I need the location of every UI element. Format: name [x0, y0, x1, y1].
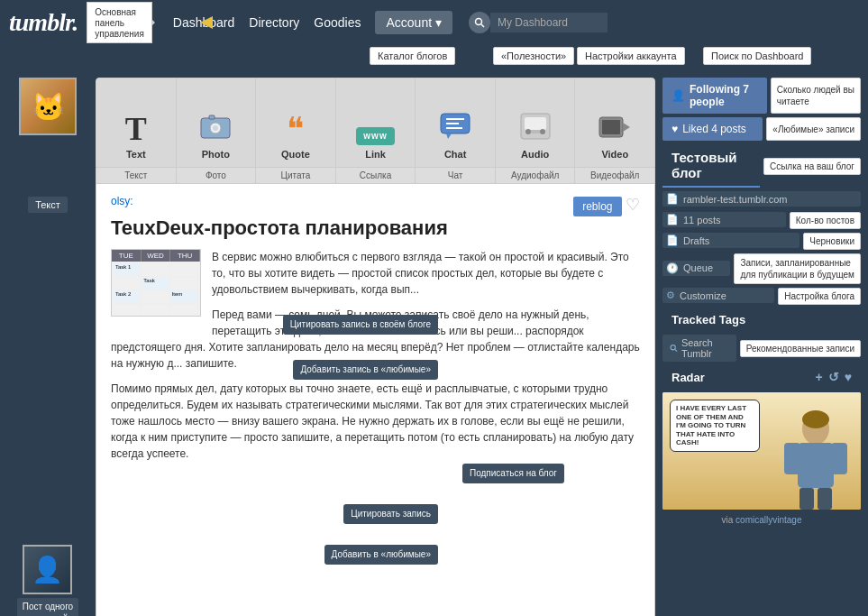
user-avatar[interactable]: 🐱: [19, 78, 77, 135]
text-type-icon: T: [125, 113, 147, 145]
liked-section: ♥ Liked 4 posts «Любимые» записи: [662, 117, 861, 141]
audio-type-icon: [519, 112, 552, 145]
tooltip-subscribe: Подписаться на блог: [462, 464, 564, 483]
customize-link[interactable]: ⚙ Customize: [662, 288, 774, 303]
post-type-audio[interactable]: Audio: [496, 78, 576, 167]
blog-post: olsy: reblog ♡ TeuxDeux-простота планиро…: [96, 184, 655, 616]
post-type-text[interactable]: T Text: [96, 78, 177, 167]
following-icon: 👤: [672, 89, 685, 102]
reblog-button[interactable]: reblog: [573, 197, 621, 216]
blog-url-link[interactable]: 📄 rambler-test.tumblr.com: [662, 191, 861, 207]
svg-point-19: [671, 345, 675, 350]
recommended-tooltip: Рекомендованные записи: [740, 340, 861, 357]
queue-row: 🕐 Queue Записи, запланированные для публ…: [662, 253, 861, 284]
right-panel: 👤 Following 7 people Сколько людей вы чи…: [662, 78, 861, 616]
text-type-label: Text: [126, 149, 146, 160]
drafts-link[interactable]: 📄 Drafts: [662, 233, 799, 248]
post-type-sublabels: Текст Фото Цитата Ссылка Чат Аудиофайл В…: [96, 168, 655, 184]
sub-photo: Фото: [177, 168, 257, 183]
main-panel-tooltip: Основная панель управления: [87, 2, 152, 43]
friend-post-area: 👤 Пост одного из друзей: [17, 545, 78, 616]
radar-section: Radar + ↺ ♥: [662, 365, 861, 389]
chat-type-label: Chat: [444, 149, 466, 160]
blog-link-tooltip: Ссылка на ваш блог: [763, 158, 861, 175]
blog-name: Тестовый блог: [662, 144, 760, 188]
search-icon[interactable]: [469, 12, 490, 33]
tooltip-add-fav2: Добавить в «любимые»: [324, 545, 438, 565]
following-tooltip: Сколько людей вы читаете: [771, 78, 861, 114]
radar-add-btn[interactable]: +: [816, 370, 823, 384]
svg-rect-25: [799, 488, 814, 510]
svg-line-20: [675, 349, 677, 351]
search-tumblr[interactable]: Search Tumblr: [662, 335, 736, 362]
radar-via: via comicallyvintage: [662, 513, 861, 527]
comic-content: I HAVE EVERY LAST ONE OF THEM AND I'M GO…: [662, 392, 861, 510]
sub-link: Ссылка: [336, 168, 416, 183]
nav-account[interactable]: Account ▾: [375, 11, 452, 34]
svg-point-4: [213, 125, 218, 131]
post-type-link[interactable]: www Link: [336, 78, 416, 167]
svg-marker-17: [623, 123, 630, 132]
liked-label: Liked 4 posts: [682, 123, 746, 135]
video-type-label: Video: [601, 149, 628, 160]
blog-url-row: 📄 rambler-test.tumblr.com: [662, 191, 861, 208]
posts-count-tooltip: Кол-во постов: [790, 212, 861, 229]
customize-icon: ⚙: [666, 290, 675, 301]
posts-icon: 📄: [666, 214, 679, 225]
post-author[interactable]: olsy:: [111, 195, 133, 207]
customize-row: ⚙ Customize Настройка блога: [662, 288, 861, 305]
tooltip-goodies: «Полезности»: [493, 47, 574, 65]
nav-goodies[interactable]: Goodies: [314, 15, 361, 30]
queue-link[interactable]: 🕐 Queue: [662, 261, 730, 276]
heart-button[interactable]: ♡: [626, 195, 640, 215]
svg-point-0: [475, 19, 481, 25]
post-types: T Text Photo ❝ Quote www Link: [96, 78, 655, 168]
svg-rect-23: [784, 443, 800, 474]
queue-icon: 🕐: [666, 262, 679, 274]
radar-refresh-btn[interactable]: ↺: [828, 370, 839, 384]
radar-source-link[interactable]: comicallyvintage: [736, 515, 801, 525]
post-type-chat[interactable]: Chat: [416, 78, 496, 167]
customize-tooltip: Настройка блога: [778, 288, 861, 305]
friend-avatar[interactable]: 👤: [23, 545, 72, 594]
sub-quote: Цитата: [256, 168, 336, 183]
tooltip-add-fav: Добавить запись в «любимые»: [293, 360, 438, 380]
liked-badge[interactable]: ♥ Liked 4 posts: [662, 117, 763, 141]
queue-tooltip: Записи, запланированные для публикации в…: [734, 253, 861, 284]
following-section: 👤 Following 7 people Сколько людей вы чи…: [662, 78, 861, 114]
link-type-icon: www: [356, 127, 394, 145]
post-type-quote[interactable]: ❝ Quote: [256, 78, 336, 167]
audio-type-label: Audio: [521, 149, 549, 160]
reblog-area: reblog ♡: [573, 195, 640, 216]
left-panel: 🐱 Текст 👤 Пост одного из друзей: [7, 78, 88, 616]
radar-heart-btn[interactable]: ♥: [845, 370, 852, 384]
post-title: TeuxDeux-простота планирования: [111, 216, 640, 240]
post-type-video[interactable]: Video: [575, 78, 654, 167]
photo-type-label: Photo: [202, 149, 230, 160]
link-icon: 📄: [666, 193, 679, 205]
posts-row: 📄 11 posts Кол-во постов: [662, 212, 861, 229]
drafts-row: 📄 Drafts Черновики: [662, 233, 861, 250]
posts-link[interactable]: 📄 11 posts: [662, 212, 786, 227]
liked-tooltip: «Любимые» записи: [766, 117, 861, 141]
link-type-label: Link: [365, 149, 386, 160]
blog-name-row: Тестовый блог Ссылка на ваш блог: [662, 144, 861, 188]
svg-rect-26: [818, 488, 832, 510]
liked-icon: ♥: [672, 123, 678, 135]
search-input[interactable]: [490, 13, 608, 32]
photo-type-icon: [199, 114, 232, 145]
following-badge[interactable]: 👤 Following 7 people: [662, 78, 767, 114]
svg-point-27: [802, 410, 829, 428]
tooltip-account-settings: Настройки аккаунта: [577, 47, 685, 65]
svg-line-1: [481, 24, 484, 27]
search-area: [469, 12, 608, 33]
sub-video: Видеофайл: [575, 168, 654, 183]
following-label: Following 7 people: [690, 83, 758, 108]
logo[interactable]: tumblr.: [9, 8, 78, 37]
tooltip-cite2: Цитировать запись: [343, 504, 438, 524]
tooltip-directory: Каталог блогов: [370, 47, 455, 65]
search-tumblr-label: Search Tumblr: [681, 337, 729, 359]
post-type-photo[interactable]: Photo: [177, 78, 257, 167]
nav-directory[interactable]: Directory: [249, 15, 299, 30]
radar-actions: + ↺ ♥: [816, 370, 853, 384]
